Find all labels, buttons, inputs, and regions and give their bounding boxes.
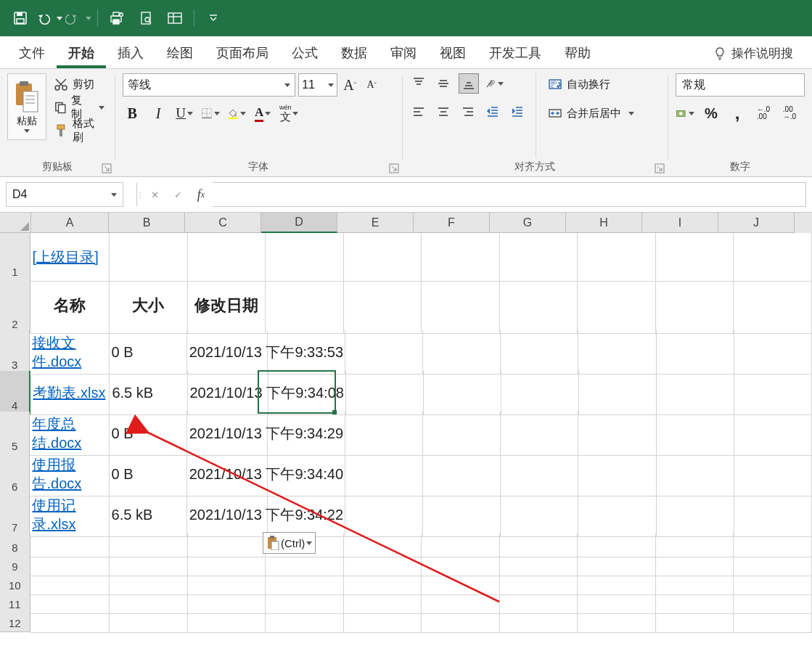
cell-B7[interactable]: 6.5 kB bbox=[110, 493, 187, 537]
cell-B12[interactable] bbox=[110, 610, 188, 633]
cell-D1[interactable] bbox=[266, 233, 344, 282]
row-header-2[interactable]: 2 bbox=[0, 278, 30, 333]
format-painter-button[interactable]: 格式刷 bbox=[51, 121, 108, 140]
cell-F4[interactable] bbox=[424, 371, 501, 415]
cell-G6[interactable] bbox=[501, 452, 578, 496]
cell-B1[interactable] bbox=[110, 233, 188, 282]
tab-review[interactable]: 审阅 bbox=[379, 37, 428, 68]
column-header-D[interactable]: D bbox=[261, 213, 337, 233]
cell-E7[interactable] bbox=[345, 493, 423, 537]
cell-A12[interactable] bbox=[30, 610, 110, 633]
cell-G2[interactable] bbox=[500, 278, 578, 334]
font-launcher[interactable] bbox=[389, 163, 399, 173]
align-center-button[interactable] bbox=[434, 102, 453, 121]
cell-I7[interactable] bbox=[657, 493, 734, 537]
tab-formulas[interactable]: 公式 bbox=[280, 37, 329, 68]
cell-E3[interactable] bbox=[345, 330, 423, 375]
cell-H6[interactable] bbox=[578, 452, 656, 496]
cell-D2[interactable] bbox=[266, 278, 344, 334]
column-header-F[interactable]: F bbox=[414, 213, 490, 233]
align-top-button[interactable] bbox=[409, 74, 428, 93]
cell-B6[interactable]: 0 B bbox=[110, 452, 187, 496]
link[interactable]: 使用记录.xlsx bbox=[32, 496, 106, 533]
font-name-combo[interactable]: 等线 bbox=[123, 73, 295, 97]
borders-button[interactable] bbox=[201, 104, 220, 123]
align-bottom-button[interactable] bbox=[459, 73, 479, 94]
cell-F7[interactable] bbox=[423, 493, 501, 537]
cell-F2[interactable] bbox=[422, 278, 500, 334]
cell-F12[interactable] bbox=[422, 610, 500, 633]
row-header-7[interactable]: 7 bbox=[0, 493, 30, 536]
shrink-font-button[interactable]: Aˇ bbox=[362, 75, 381, 94]
cell-G1[interactable] bbox=[500, 233, 578, 282]
underline-button[interactable]: U bbox=[175, 104, 194, 123]
align-right-button[interactable] bbox=[459, 102, 477, 121]
align-middle-button[interactable] bbox=[434, 74, 453, 93]
tab-developer[interactable]: 开发工具 bbox=[477, 37, 553, 68]
insert-function-button[interactable]: fx bbox=[189, 183, 213, 206]
cell-J6[interactable] bbox=[734, 452, 812, 496]
undo-button[interactable] bbox=[36, 5, 62, 31]
link[interactable]: 使用报告.docx bbox=[32, 455, 106, 493]
cell-J2[interactable] bbox=[734, 278, 812, 334]
paste-button[interactable]: 粘贴 bbox=[7, 73, 46, 140]
cell-C7[interactable]: 2021/10/13 下午9:34:22 bbox=[187, 493, 268, 537]
row-header-1[interactable]: 1 bbox=[0, 233, 30, 281]
tab-help[interactable]: 帮助 bbox=[553, 37, 602, 68]
tab-page-layout[interactable]: 页面布局 bbox=[205, 37, 280, 68]
link[interactable]: [上级目录] bbox=[33, 248, 107, 266]
tab-data[interactable]: 数据 bbox=[329, 37, 379, 68]
cell-G12[interactable] bbox=[500, 610, 578, 633]
link[interactable]: 接收文件.docx bbox=[32, 333, 106, 371]
copy-button[interactable]: 复制 bbox=[51, 98, 108, 117]
number-format-combo[interactable]: 常规 bbox=[676, 73, 805, 97]
cell-C5[interactable]: 2021/10/13 下午9:34:29 bbox=[187, 412, 268, 456]
cell-J12[interactable] bbox=[734, 610, 812, 633]
cancel-button[interactable]: ✕ bbox=[143, 183, 166, 206]
paste-options-button[interactable]: (Ctrl) bbox=[263, 532, 316, 554]
column-header-J[interactable]: J bbox=[718, 213, 795, 233]
name-box[interactable]: D4 bbox=[6, 182, 123, 207]
cell-F6[interactable] bbox=[423, 452, 501, 496]
cell-E12[interactable] bbox=[344, 610, 422, 633]
cell-A1[interactable]: [上级目录] bbox=[30, 233, 110, 282]
link[interactable]: 年度总结.docx bbox=[32, 414, 106, 452]
cell-H12[interactable] bbox=[578, 610, 656, 633]
cell-G7[interactable] bbox=[501, 493, 578, 537]
cell-I12[interactable] bbox=[656, 610, 734, 633]
orientation-button[interactable]: ab bbox=[485, 74, 504, 93]
enter-button[interactable]: ✓ bbox=[166, 183, 189, 206]
decrease-decimal-button[interactable]: .00→.0 bbox=[780, 104, 799, 123]
cell-B3[interactable]: 0 B bbox=[110, 330, 187, 375]
increase-indent-button[interactable] bbox=[508, 102, 527, 121]
cell-I5[interactable] bbox=[657, 412, 734, 456]
increase-decimal-button[interactable]: ←.0.00 bbox=[754, 104, 773, 123]
tab-home[interactable]: 开始 bbox=[57, 37, 106, 68]
cell-J3[interactable] bbox=[734, 330, 812, 375]
cell-E6[interactable] bbox=[345, 452, 423, 496]
row-header-6[interactable]: 6 bbox=[0, 452, 30, 496]
italic-button[interactable]: I bbox=[149, 104, 168, 123]
cell-J7[interactable] bbox=[734, 493, 812, 537]
tell-me[interactable]: 操作说明搜 bbox=[701, 38, 805, 68]
cell-C2[interactable]: 修改日期 bbox=[188, 278, 266, 334]
cell-B4[interactable]: 6.5 kB bbox=[110, 371, 187, 415]
column-header-G[interactable]: G bbox=[490, 213, 566, 233]
grow-font-button[interactable]: Aˆ bbox=[340, 75, 359, 94]
select-all-corner[interactable] bbox=[0, 213, 31, 233]
cell-E5[interactable] bbox=[345, 412, 423, 456]
tab-view[interactable]: 视图 bbox=[428, 37, 477, 68]
cell-F5[interactable] bbox=[423, 412, 501, 456]
cell-A6[interactable]: 使用报告.docx bbox=[30, 452, 109, 496]
cut-button[interactable]: 剪切 bbox=[51, 75, 108, 94]
comma-button[interactable]: , bbox=[728, 104, 747, 123]
wrap-text-button[interactable]: abc自动换行 bbox=[545, 75, 637, 94]
cell-E4[interactable] bbox=[346, 371, 424, 415]
accounting-format-button[interactable] bbox=[676, 104, 694, 123]
decrease-indent-button[interactable] bbox=[483, 102, 502, 121]
cell-C6[interactable]: 2021/10/13 下午9:34:40 bbox=[187, 452, 268, 496]
cell-C12[interactable] bbox=[188, 610, 266, 633]
cell-A4[interactable]: 考勤表.xlsx bbox=[30, 371, 110, 415]
alignment-launcher[interactable] bbox=[655, 163, 665, 173]
cell-I6[interactable] bbox=[657, 452, 734, 496]
